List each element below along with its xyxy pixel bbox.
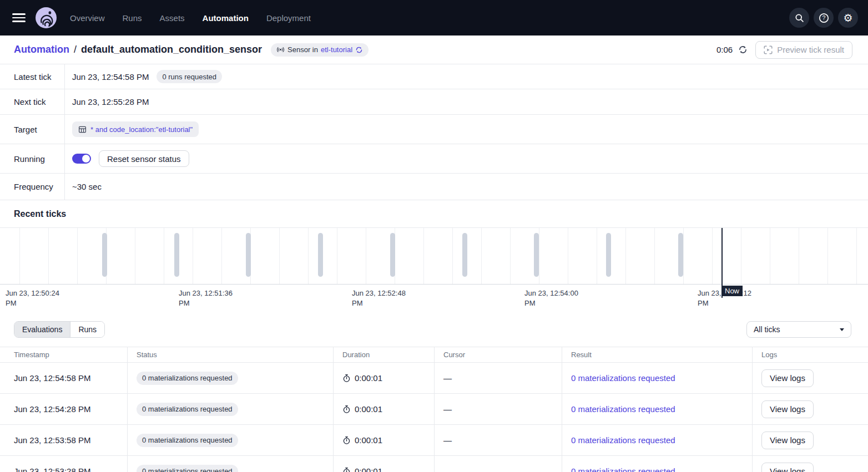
- tick-filter-select[interactable]: All ticks: [746, 321, 851, 338]
- col-duration: Duration: [333, 347, 434, 362]
- running-label: Running: [0, 144, 65, 173]
- view-logs-button[interactable]: View logs: [761, 369, 814, 387]
- menu-icon[interactable]: [12, 11, 26, 24]
- timeline-gridline: [568, 228, 568, 284]
- breadcrumb-automation-link[interactable]: Automation: [14, 44, 69, 55]
- detail-row-next-tick: Next tick Jun 23, 12:55:28 PM: [0, 89, 868, 115]
- cell-timestamp: Jun 23, 12:54:28 PM: [0, 394, 127, 424]
- ticks-panel-bar: Evaluations Runs All ticks: [0, 321, 868, 338]
- col-status: Status: [127, 347, 333, 362]
- page: Overview Runs Assets Automation Deployme…: [0, 0, 868, 472]
- gear-icon: ⚙: [843, 13, 852, 23]
- col-timestamp: Timestamp: [0, 347, 127, 362]
- refresh-countdown: 0:06: [716, 45, 733, 54]
- tick-mark[interactable]: [318, 233, 323, 277]
- refresh-button[interactable]: [738, 45, 748, 54]
- view-logs-button[interactable]: View logs: [761, 432, 814, 449]
- page-header: Automation / default_automation_conditio…: [0, 35, 868, 64]
- tab-evaluations[interactable]: Evaluations: [14, 322, 70, 337]
- code-location-link[interactable]: etl-tutorial: [321, 45, 352, 54]
- stopwatch-icon: [342, 467, 351, 472]
- chevron-down-icon: [840, 328, 844, 331]
- timeline-gridline: [741, 228, 741, 284]
- reset-sensor-status-button[interactable]: Reset sensor status: [99, 150, 189, 167]
- stopwatch-icon: [342, 436, 351, 445]
- tick-mark[interactable]: [606, 233, 611, 277]
- timeline-gridline: [19, 228, 20, 284]
- result-link[interactable]: 0 materializations requested: [571, 373, 675, 383]
- timeline-gridline: [827, 228, 828, 284]
- preview-tick-result-button[interactable]: Preview tick result: [755, 41, 852, 59]
- cell-duration: 0:00:01: [355, 373, 382, 383]
- sensor-details: Latest tick Jun 23, 12:54:58 PM 0 runs r…: [0, 64, 868, 200]
- nav-overview[interactable]: Overview: [70, 13, 105, 23]
- dagster-logo-icon[interactable]: [36, 7, 57, 28]
- tick-mark[interactable]: [102, 233, 107, 277]
- view-logs-button[interactable]: View logs: [761, 463, 814, 472]
- recent-ticks-heading: Recent ticks: [0, 200, 868, 227]
- cell-cursor: —: [434, 456, 562, 472]
- result-link[interactable]: 0 materializations requested: [571, 435, 675, 445]
- tick-mark[interactable]: [174, 233, 179, 277]
- recent-ticks-timeline[interactable]: Jun 23, 12:50:24 PMJun 23, 12:51:36 PMJu…: [0, 227, 868, 308]
- timeline-gridline: [799, 228, 799, 284]
- now-badge: Now: [721, 286, 743, 296]
- tick-mark[interactable]: [246, 233, 251, 277]
- nav-deployment[interactable]: Deployment: [266, 13, 311, 23]
- top-nav: Overview Runs Assets Automation Deployme…: [0, 0, 868, 35]
- tick-mark[interactable]: [390, 233, 395, 277]
- running-toggle[interactable]: [72, 154, 91, 164]
- nav-assets[interactable]: Assets: [160, 13, 185, 23]
- tick-mark[interactable]: [534, 233, 539, 277]
- stopwatch-icon: [342, 405, 351, 414]
- detail-row-target: Target * and code_location:"etl-tutorial…: [0, 115, 868, 144]
- cell-duration: 0:00:01: [355, 404, 382, 414]
- sensor-location-badge: Sensor in etl-tutorial: [271, 43, 369, 57]
- cell-timestamp: Jun 23, 12:53:28 PM: [0, 456, 127, 472]
- col-cursor: Cursor: [434, 347, 562, 362]
- timeline-axis-label: Jun 23, 12:52:48 PM: [352, 288, 415, 308]
- view-logs-button[interactable]: View logs: [761, 400, 814, 418]
- page-title: default_automation_condition_sensor: [81, 44, 262, 55]
- timeline-gridline: [510, 228, 511, 284]
- tab-runs[interactable]: Runs: [70, 322, 104, 337]
- result-link[interactable]: 0 materializations requested: [571, 466, 675, 472]
- search-button[interactable]: [789, 8, 809, 28]
- timeline-gridline: [193, 228, 193, 284]
- search-icon: [795, 13, 804, 23]
- timeline-gridline: [221, 228, 222, 284]
- timeline-gridline: [48, 228, 49, 284]
- timeline-gridline: [308, 228, 309, 284]
- sensor-badge-prefix: Sensor in: [287, 45, 318, 54]
- status-badge: 0 materializations requested: [137, 403, 238, 416]
- status-badge: 0 materializations requested: [137, 372, 238, 385]
- table-row: Jun 23, 12:54:58 PM 0 materializations r…: [0, 363, 868, 394]
- sensor-icon: [276, 45, 285, 54]
- latest-tick-value: Jun 23, 12:54:58 PM: [72, 72, 149, 82]
- help-button[interactable]: ?: [814, 8, 834, 28]
- tick-mark[interactable]: [462, 233, 467, 277]
- timeline-gridline: [654, 228, 655, 284]
- timeline-gridline: [770, 228, 770, 284]
- timeline-axis-label: Jun 23, 12:51:36 PM: [179, 288, 242, 308]
- cell-timestamp: Jun 23, 12:53:58 PM: [0, 425, 127, 455]
- breadcrumb-separator: /: [74, 44, 77, 55]
- tick-mark[interactable]: [678, 233, 683, 277]
- help-icon: ?: [819, 13, 829, 23]
- runs-requested-badge: 0 runs requested: [157, 70, 222, 83]
- nav-icon-buttons: ? ⚙: [789, 8, 858, 28]
- nav-automation[interactable]: Automation: [203, 13, 249, 23]
- nav-runs[interactable]: Runs: [123, 13, 142, 23]
- nav-links: Overview Runs Assets Automation Deployme…: [70, 13, 311, 23]
- status-badge: 0 materializations requested: [137, 465, 238, 472]
- result-link[interactable]: 0 materializations requested: [571, 404, 675, 414]
- timeline-gridline: [135, 228, 135, 284]
- reload-location-icon[interactable]: [355, 46, 363, 54]
- refresh-icon: [738, 45, 748, 54]
- frequency-value: ~30 sec: [72, 182, 102, 191]
- preview-icon: [764, 45, 773, 54]
- latest-tick-label: Latest tick: [0, 64, 65, 89]
- timeline-gridline: [712, 228, 713, 284]
- asset-selection-chip[interactable]: * and code_location:"etl-tutorial": [72, 121, 199, 137]
- settings-button[interactable]: ⚙: [838, 8, 858, 28]
